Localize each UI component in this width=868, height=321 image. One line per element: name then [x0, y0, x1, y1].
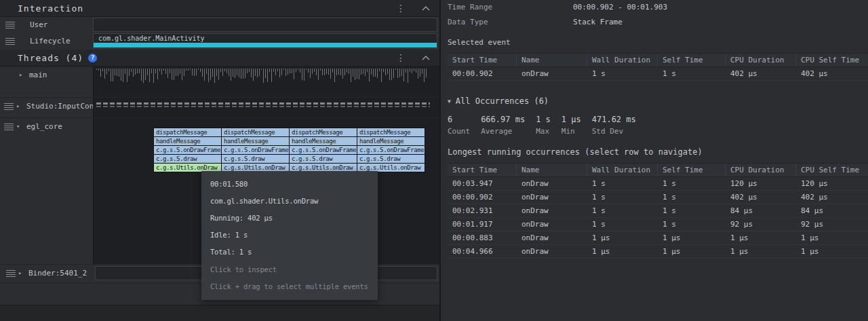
tick-bar: [98, 69, 99, 71]
expand-collapsed-icon[interactable]: ▸: [18, 269, 26, 276]
thread-track-inputcon[interactable]: [93, 98, 439, 117]
thread-row-main[interactable]: ▸ main: [0, 67, 439, 98]
table-row[interactable]: 00:00.883onDraw1 µs1 µs1 µs1 µs: [448, 231, 868, 245]
trace-events-grid[interactable]: dispatchMessagehandleMessagec.g.s.S.onDr…: [153, 128, 425, 172]
drag-handle-icon[interactable]: [5, 22, 15, 29]
column-header[interactable]: CPU Duration: [726, 54, 796, 67]
stat-value: 6: [448, 115, 470, 124]
tick-bar: [342, 69, 343, 79]
tooltip-running: Running: 402 µs: [210, 214, 369, 222]
tick-bar: [395, 69, 396, 70]
drag-handle-icon[interactable]: [4, 103, 14, 110]
trace-event-block[interactable]: dispatchMessage: [222, 128, 289, 136]
trace-event-block[interactable]: c.g.s.S.draw: [290, 155, 357, 163]
table-cell: onDraw: [517, 231, 587, 244]
kebab-menu-icon[interactable]: ⋮: [396, 53, 406, 62]
table-row[interactable]: 00:03.947onDraw1 s1 s120 µs120 µs: [448, 177, 868, 191]
trace-event-block[interactable]: c.g.s.S.onDrawFrame: [154, 146, 221, 154]
trace-event-block[interactable]: handleMessage: [357, 137, 425, 145]
trace-event-block[interactable]: handleMessage: [290, 137, 357, 145]
tick-bar: [412, 69, 412, 73]
trace-event-block[interactable]: c.g.s.S.onDrawFrame: [290, 146, 357, 154]
tick-bar: [298, 69, 298, 70]
track-row-lifecycle[interactable]: Lifecycle com.gl.shader.MainActivity: [0, 33, 439, 50]
column-header[interactable]: Name: [517, 54, 587, 67]
tick-bar: [119, 69, 119, 77]
column-header[interactable]: Self Time: [658, 164, 726, 176]
lifecycle-track-content[interactable]: com.gl.shader.MainActivity: [93, 33, 437, 49]
table-row[interactable]: 00:00.902onDraw1 s1 s402 µs402 µs: [448, 191, 868, 204]
help-icon[interactable]: ?: [88, 54, 97, 62]
trace-event-block[interactable]: dispatchMessage: [290, 128, 357, 136]
thread-label-binder[interactable]: ▸ Binder:5401_2: [0, 265, 93, 283]
longest-heading: Longest running occurrences (select row …: [448, 147, 868, 157]
thread-label-eglcore[interactable]: ▾ egl_core: [0, 118, 93, 264]
trace-event-block[interactable]: c.g.s.S.draw: [222, 155, 289, 163]
expand-collapsed-icon[interactable]: ▸: [16, 102, 24, 109]
stat-label: Average: [481, 127, 525, 136]
thread-row-inputcon[interactable]: ▸ Studio:InputCon: [0, 98, 439, 118]
trace-event-block[interactable]: c.g.s.S.onDrawFrame: [222, 146, 289, 154]
time-range-label: Time Range: [448, 3, 573, 12]
column-header[interactable]: CPU Self Time: [796, 164, 868, 176]
table-row[interactable]: 00:02.931onDraw1 s1 s84 µs84 µs: [448, 204, 868, 218]
collapse-chevron-icon[interactable]: [422, 6, 430, 11]
table-cell: 00:02.931: [448, 204, 517, 217]
column-header[interactable]: Wall Duration: [587, 164, 658, 176]
tooltip-total: Total: 1 s: [210, 248, 369, 256]
tick-bar: [393, 69, 394, 78]
column-header[interactable]: Wall Duration: [587, 54, 658, 67]
tick-bar: [111, 69, 111, 81]
table-row[interactable]: 00:00.902onDraw1 s1 s402 µs402 µs: [448, 67, 868, 81]
user-track-content[interactable]: [93, 18, 437, 32]
occurrences-toggle[interactable]: ▼ All Occurrences (6): [448, 96, 868, 106]
column-header[interactable]: CPU Self Time: [796, 54, 868, 67]
collapse-chevron-icon[interactable]: [422, 56, 430, 60]
table-cell: 00:00.883: [448, 231, 517, 244]
drag-handle-icon[interactable]: [4, 124, 14, 130]
expand-collapsed-icon[interactable]: ▸: [19, 71, 27, 78]
column-header[interactable]: Self Time: [658, 54, 726, 67]
tick-bar: [141, 69, 142, 81]
table-cell: 84 µs: [796, 204, 868, 217]
trace-event-block[interactable]: c.g.s.S.draw: [154, 155, 221, 163]
tick-bar: [271, 69, 272, 82]
kebab-menu-icon[interactable]: ⋮: [396, 3, 406, 13]
expand-expanded-icon[interactable]: ▾: [16, 123, 24, 130]
tick-bar: [251, 69, 252, 77]
track-label-user[interactable]: User: [0, 17, 93, 33]
tick-bar: [123, 69, 123, 82]
trace-event-block[interactable]: dispatchMessage: [154, 128, 221, 136]
drag-handle-icon[interactable]: [5, 38, 15, 45]
track-label-lifecycle[interactable]: Lifecycle: [0, 33, 93, 50]
threads-section-header[interactable]: Threads (4) ? ⋮: [0, 50, 439, 67]
thread-label-inputcon[interactable]: ▸ Studio:InputCon: [0, 98, 93, 117]
trace-event-block[interactable]: c.g.s.S.onDrawFrame: [357, 146, 425, 154]
tick-bar: [361, 69, 361, 75]
thread-name: egl_core: [26, 122, 62, 131]
tick-bar: [255, 69, 256, 76]
table-cell: 1 µs: [796, 231, 868, 244]
column-header[interactable]: Start Time: [448, 54, 517, 67]
trace-event-block[interactable]: dispatchMessage: [357, 128, 425, 136]
trace-event-block[interactable]: c.g.s.S.draw: [357, 155, 425, 163]
column-header[interactable]: Name: [517, 164, 587, 176]
triangle-down-icon[interactable]: ▼: [448, 98, 451, 105]
thread-label-main[interactable]: ▸ main: [0, 67, 93, 97]
column-header[interactable]: Start Time: [448, 164, 517, 176]
trace-event-block[interactable]: handleMessage: [154, 137, 221, 145]
column-header[interactable]: CPU Duration: [726, 164, 796, 176]
thread-activity-chart[interactable]: [94, 67, 439, 97]
interaction-section-header[interactable]: Interaction ⋮: [0, 0, 439, 17]
tick-bar: [283, 69, 284, 70]
thread-track-main[interactable]: [93, 67, 439, 97]
tick-bar: [401, 69, 402, 76]
tick-bar: [344, 69, 345, 75]
lifecycle-activity-bar[interactable]: [94, 43, 437, 48]
tick-bar: [379, 69, 380, 71]
drag-handle-icon[interactable]: [6, 270, 16, 277]
table-row[interactable]: 00:01.917onDraw1 s1 s92 µs92 µs: [448, 218, 868, 231]
track-row-user[interactable]: User: [0, 17, 439, 33]
table-row[interactable]: 00:04.966onDraw1 µs1 µs1 µs1 µs: [448, 245, 868, 259]
trace-event-block[interactable]: handleMessage: [222, 137, 289, 145]
